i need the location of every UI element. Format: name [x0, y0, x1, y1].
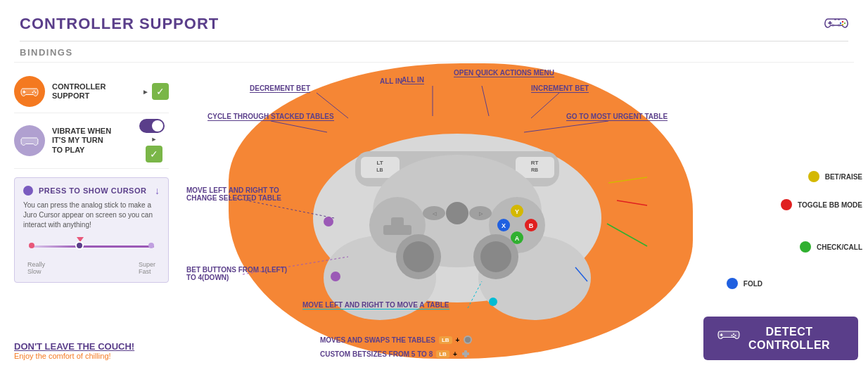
svg-point-5 [842, 24, 843, 25]
svg-rect-1 [828, 23, 832, 24]
svg-point-7 [838, 24, 841, 27]
svg-point-6 [831, 24, 835, 27]
callout-increment-label: INCREMENT BET [531, 84, 589, 93]
slider-handle[interactable] [75, 241, 84, 250]
move-change-dot [324, 217, 333, 227]
svg-text:LT: LT [376, 160, 383, 166]
slider-dot-end [148, 243, 154, 248]
cursor-info-box: PRESS TO SHOW CURSOR ↓ You can press the… [14, 177, 169, 283]
svg-rect-28 [383, 225, 411, 235]
page-title: CONTROLLER SUPPORT [20, 15, 219, 33]
callout-open-quick-label: OPEN QUICK ACTIONS MENU [454, 69, 554, 77]
svg-point-2 [842, 21, 843, 23]
svg-point-4 [840, 23, 841, 24]
svg-text:B: B [529, 222, 534, 229]
svg-point-44 [403, 241, 434, 272]
svg-point-3 [844, 23, 845, 24]
toggle-bb-dot [781, 199, 792, 210]
couch-title[interactable]: DON'T LEAVE THE COUCH! [14, 341, 134, 352]
svg-point-69 [733, 336, 734, 338]
slider-label-slow: ReallySlow [27, 261, 45, 275]
svg-rect-9 [838, 19, 840, 20]
binding-controller-support: CONTROLLERSUPPORT ► ✓ [14, 70, 169, 113]
svg-point-66 [733, 333, 734, 335]
callout-check-call: CHECK/CALL [800, 241, 862, 253]
detect-btn-icon [717, 328, 740, 348]
controller-support-icon-wrap [14, 76, 45, 107]
svg-text:A: A [515, 235, 520, 242]
detect-btn-text: DETECT CONTROLLER [748, 325, 830, 352]
lb-badge-1: LB [439, 336, 452, 344]
cursor-down-arrow: ↓ [155, 185, 160, 196]
svg-point-12 [34, 91, 35, 92]
callout-go-urgent-label: GO TO MOST URGENT TABLE [566, 113, 668, 121]
custom-betsizes-label: CUSTOM BETSIZES FROM 5 TO 8 [320, 350, 433, 358]
svg-text:LB: LB [376, 167, 383, 172]
vibrate-icon-wrap [14, 125, 45, 156]
svg-point-67 [734, 335, 736, 336]
fold-dot [727, 278, 738, 289]
svg-rect-65 [720, 334, 723, 336]
toggle-bb-label: TOGGLE BB MODE [798, 201, 862, 209]
svg-rect-63 [462, 352, 469, 355]
speed-slider[interactable] [23, 237, 160, 258]
left-panel: CONTROLLERSUPPORT ► ✓ VIBRATE WHENIT'S M… [0, 70, 183, 288]
controller-support-label: CONTROLLERSUPPORT [52, 82, 139, 101]
slider-track [29, 245, 154, 248]
cursor-title: PRESS TO SHOW CURSOR [39, 186, 146, 195]
svg-rect-8 [834, 19, 836, 20]
moves-swaps-label: MOVES AND SWAPS THE TABLES [320, 336, 435, 344]
vibrate-label: VIBRATE WHENIT'S MY TURNTO PLAY [52, 127, 139, 155]
callout-cycle-label: CYCLE THROUGH STACKED TABLES [208, 113, 334, 121]
callout-toggle-bb: TOGGLE BB MODE [781, 199, 862, 210]
cursor-header: PRESS TO SHOW CURSOR ↓ [23, 185, 160, 196]
check-call-label: CHECK/CALL [817, 243, 862, 251]
svg-text:Y: Y [515, 208, 519, 215]
move-table-dot [489, 298, 497, 306]
header: CONTROLLER SUPPORT [0, 0, 868, 41]
plus-2: + [453, 350, 457, 358]
svg-point-14 [32, 92, 34, 94]
bottom-rows: MOVES AND SWAPS THE TABLES LB + CUSTOM B… [320, 335, 473, 359]
moves-swaps-row: MOVES AND SWAPS THE TABLES LB + [320, 335, 473, 345]
callout-fold: FOLD [727, 278, 762, 289]
couch-section: DON'T LEAVE THE COUCH! Enjoy the comfort… [14, 341, 134, 360]
slider-label-fast: SuperFast [139, 261, 155, 275]
svg-text:RT: RT [531, 160, 539, 166]
controller-icon [824, 13, 848, 35]
check-call-dot [800, 241, 811, 253]
fold-label: FOLD [743, 280, 762, 288]
couch-subtitle: Enjoy the comfort of chilling! [14, 352, 134, 360]
svg-point-68 [731, 335, 732, 336]
dpad-icon-1 [461, 349, 471, 359]
svg-rect-11 [23, 91, 26, 93]
bet-raise-label: BET/RAISE [825, 173, 862, 181]
bet-buttons-dot [331, 272, 340, 281]
slider-dot-start [29, 243, 34, 248]
stick-icon-1 [463, 335, 473, 345]
callout-all-in-label: ALL IN [402, 76, 424, 84]
controller-support-check[interactable]: ✓ [152, 83, 169, 100]
bet-raise-dot [808, 171, 819, 182]
callout-move-lr-move: MOVE LEFT AND RIGHT TO MOVE A TABLE [302, 301, 449, 310]
cursor-dot-icon [23, 186, 33, 196]
detect-controller-button[interactable]: DETECT CONTROLLER [703, 317, 858, 360]
cursor-description: You can press the analog stick to make a… [23, 200, 160, 230]
svg-point-13 [35, 92, 37, 94]
plus-1: + [456, 336, 460, 344]
arrow-icon-2: ► [151, 136, 158, 143]
callout-bet-raise: BET/RAISE [808, 171, 862, 182]
callout-move-table-label: MOVE LEFT AND RIGHT TOCHANGE SELECTED TA… [186, 186, 281, 202]
custom-betsizes-row: CUSTOM BETSIZES FROM 5 TO 8 LB + [320, 349, 473, 359]
vibrate-check[interactable]: ✓ [146, 146, 162, 162]
callout-decrement-label: DECREMENT BET [250, 84, 310, 93]
callout-bet-buttons: BET BUTTONS FROM 1(LEFT)TO 4(DOWN) [186, 266, 287, 281]
lb-badge-2: LB [436, 350, 449, 358]
slider-labels: ReallySlow SuperFast [23, 261, 160, 275]
binding-vibrate: VIBRATE WHENIT'S MY TURNTO PLAY ► ✓ [14, 113, 169, 169]
vibrate-toggle[interactable] [139, 119, 165, 133]
callout-all-in: ALL IN [380, 77, 402, 85]
svg-text:RB: RB [531, 167, 538, 172]
svg-text:X: X [502, 222, 506, 229]
svg-point-46 [480, 241, 511, 272]
